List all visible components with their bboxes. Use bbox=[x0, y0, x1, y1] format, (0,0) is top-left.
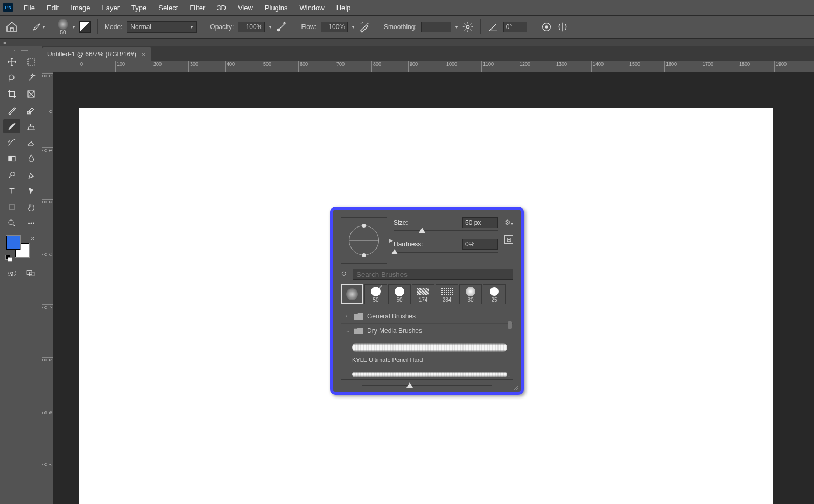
chevron-down-icon[interactable]: ▾ bbox=[352, 25, 354, 30]
hand-tool[interactable] bbox=[23, 200, 40, 214]
quick-mask-button[interactable] bbox=[3, 267, 20, 280]
close-tab-button[interactable]: × bbox=[142, 51, 146, 59]
eraser-tool[interactable] bbox=[23, 136, 40, 150]
smoothing-input[interactable] bbox=[421, 22, 451, 32]
brush-preset[interactable]: 174 bbox=[412, 284, 434, 304]
svg-point-1 bbox=[361, 23, 362, 24]
panel-collapse-strip[interactable]: ◂◂ bbox=[0, 39, 814, 46]
brush-preset-picker[interactable]: 50 bbox=[58, 19, 68, 36]
move-tool[interactable] bbox=[3, 55, 20, 69]
search-brushes-input[interactable] bbox=[353, 269, 513, 280]
type-tool[interactable] bbox=[3, 184, 20, 198]
preset-size: 25 bbox=[491, 297, 497, 303]
hardness-input[interactable]: 0% bbox=[462, 239, 498, 250]
brush-item[interactable] bbox=[341, 338, 513, 354]
vertical-ruler[interactable]: 10001002003004005006007008009001000 bbox=[42, 61, 53, 504]
brush-preset[interactable]: 50 bbox=[388, 284, 411, 304]
hardness-label: Hardness: bbox=[394, 240, 423, 248]
menu-edit[interactable]: Edit bbox=[41, 2, 64, 14]
edit-toolbar-button[interactable] bbox=[23, 216, 40, 230]
brush-tool[interactable] bbox=[3, 119, 20, 133]
menu-type[interactable]: Type bbox=[126, 2, 152, 14]
menu-3d[interactable]: 3D bbox=[212, 2, 231, 14]
blur-tool[interactable] bbox=[23, 152, 40, 166]
pen-tool[interactable] bbox=[23, 168, 40, 182]
blend-mode-value: Normal bbox=[130, 23, 151, 31]
brush-folder[interactable]: ⌄ Dry Media Brushes bbox=[341, 324, 513, 338]
horizontal-ruler[interactable]: 0100200300400500600700800900100011001200… bbox=[53, 61, 814, 72]
dodge-tool[interactable] bbox=[3, 168, 20, 182]
chevron-down-icon[interactable]: ▾ bbox=[455, 25, 458, 30]
clone-stamp-tool[interactable] bbox=[23, 119, 40, 133]
brush-folders-list: › General Brushes ⌄ Dry Media Brushes KY… bbox=[341, 309, 513, 380]
options-bar: ▾ 50 ▾ Mode: Normal ▾ Opacity: 100% ▾ Fl… bbox=[0, 15, 814, 39]
flow-input[interactable]: 100% bbox=[321, 22, 348, 32]
menu-select[interactable]: Select bbox=[153, 2, 183, 14]
menu-help[interactable]: Help bbox=[331, 2, 356, 14]
healing-brush-tool[interactable] bbox=[23, 103, 40, 117]
frame-tool[interactable] bbox=[23, 87, 40, 101]
brush-preset[interactable]: 30 bbox=[459, 284, 482, 304]
brush-preset[interactable] bbox=[341, 284, 363, 304]
foreground-color[interactable] bbox=[6, 236, 20, 250]
brush-preset[interactable]: 25 bbox=[483, 284, 506, 304]
canvas-area[interactable]: 10001002003004005006007008009001000 0100… bbox=[42, 61, 814, 504]
menu-filter[interactable]: Filter bbox=[184, 2, 210, 14]
thumbnail-size-slider[interactable] bbox=[362, 385, 492, 386]
menu-file[interactable]: File bbox=[18, 2, 40, 14]
shape-tool[interactable] bbox=[3, 200, 20, 214]
crop-tool[interactable] bbox=[3, 87, 20, 101]
chevron-down-icon[interactable]: ▾ bbox=[73, 25, 75, 30]
document-tab[interactable]: Untitled-1 @ 66/7% (RGB/16#) × bbox=[42, 47, 151, 61]
marquee-tool[interactable] bbox=[23, 55, 40, 69]
new-brush-button[interactable]: ⊞ bbox=[504, 235, 513, 244]
popup-menu-button[interactable]: ⚙▾ bbox=[504, 218, 513, 226]
size-pressure-toggle[interactable] bbox=[541, 21, 552, 33]
blend-mode-select[interactable]: Normal ▾ bbox=[127, 21, 197, 33]
swap-colors-button[interactable]: ⤭ bbox=[30, 236, 34, 242]
opacity-input[interactable]: 100% bbox=[238, 22, 265, 32]
brush-folder[interactable]: › General Brushes bbox=[341, 309, 513, 324]
chevron-down-icon[interactable]: ⌄ bbox=[508, 373, 511, 378]
size-input[interactable]: 50 px bbox=[462, 217, 498, 228]
screen-mode-button[interactable] bbox=[22, 267, 39, 280]
work-area: Untitled-1 @ 66/7% (RGB/16#) × 100010020… bbox=[42, 46, 814, 504]
hardness-slider[interactable] bbox=[394, 252, 498, 253]
airbrush-toggle[interactable] bbox=[359, 21, 370, 33]
menu-image[interactable]: Image bbox=[65, 2, 95, 14]
zoom-tool[interactable] bbox=[3, 216, 20, 230]
angle-input[interactable]: 0° bbox=[503, 22, 527, 32]
brush-item[interactable] bbox=[341, 367, 513, 379]
chevron-down-icon[interactable]: ▾ bbox=[269, 25, 271, 30]
brush-settings-toggle[interactable] bbox=[79, 21, 91, 33]
opacity-pressure-toggle[interactable] bbox=[276, 21, 287, 33]
menu-layer[interactable]: Layer bbox=[97, 2, 125, 14]
size-slider[interactable] bbox=[394, 230, 498, 231]
brush-preset[interactable]: 50 bbox=[364, 284, 387, 304]
magic-wand-tool[interactable] bbox=[23, 71, 40, 85]
home-button[interactable] bbox=[5, 20, 18, 33]
brush-angle-control[interactable]: ▶ bbox=[341, 217, 387, 264]
toolbox-gripper[interactable] bbox=[1, 48, 41, 53]
path-selection-tool[interactable] bbox=[23, 184, 40, 198]
gradient-tool[interactable] bbox=[3, 152, 20, 166]
chevron-down-icon: ▾ bbox=[191, 25, 193, 30]
preset-size: 50 bbox=[396, 297, 402, 303]
lasso-tool[interactable] bbox=[3, 71, 20, 85]
menu-plugins[interactable]: Plugins bbox=[259, 2, 293, 14]
history-brush-tool[interactable] bbox=[3, 136, 20, 150]
svg-rect-12 bbox=[9, 205, 15, 209]
default-colors-button[interactable] bbox=[5, 255, 12, 261]
resize-handle[interactable] bbox=[513, 385, 518, 391]
smoothing-label: Smoothing: bbox=[384, 23, 417, 31]
scrollbar-thumb[interactable] bbox=[508, 321, 512, 329]
brush-preview-icon bbox=[58, 19, 68, 30]
eyedropper-tool[interactable] bbox=[3, 103, 20, 117]
size-label: Size: bbox=[394, 219, 408, 226]
symmetry-button[interactable] bbox=[557, 21, 569, 33]
menu-window[interactable]: Window bbox=[294, 2, 329, 14]
menu-view[interactable]: View bbox=[233, 2, 258, 14]
smoothing-options-button[interactable] bbox=[462, 21, 474, 33]
brush-preset[interactable]: 284 bbox=[436, 284, 458, 304]
tool-preset-picker[interactable]: ▾ bbox=[32, 22, 53, 32]
